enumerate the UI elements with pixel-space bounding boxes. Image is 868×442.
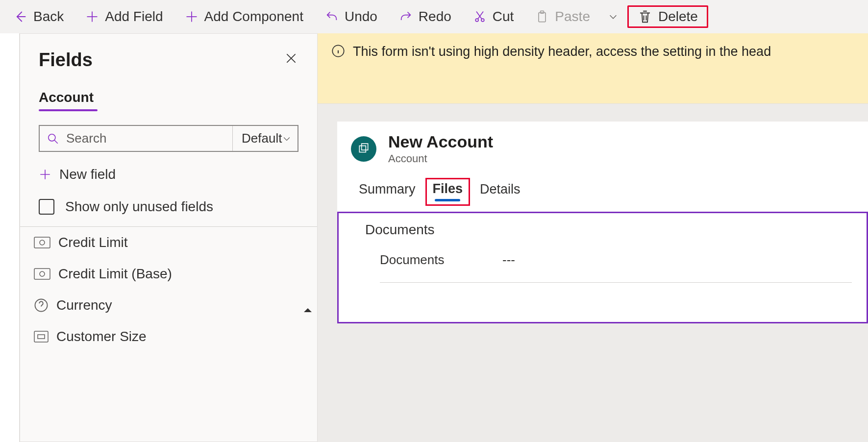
svg-rect-11 [38, 335, 45, 339]
filter-selected: Default [242, 131, 282, 146]
chevron-down-icon [608, 11, 619, 22]
doc-field-value: --- [502, 252, 515, 268]
undo-icon [325, 10, 339, 24]
caret-up-icon [303, 307, 312, 313]
cut-button[interactable]: Cut [464, 5, 523, 28]
document-row[interactable]: Documents --- [365, 246, 852, 273]
plus-icon [39, 168, 51, 181]
paste-button[interactable]: Paste [526, 5, 599, 28]
redo-button[interactable]: Redo [390, 5, 460, 28]
svg-rect-7 [34, 269, 50, 279]
add-component-label: Add Component [204, 9, 303, 25]
svg-rect-13 [359, 146, 366, 152]
svg-point-1 [481, 19, 484, 22]
svg-rect-14 [362, 144, 368, 150]
paste-icon [535, 10, 549, 24]
delete-label: Delete [658, 9, 698, 25]
svg-rect-10 [34, 331, 48, 342]
fields-tab-label: Account [39, 90, 94, 108]
left-rail [0, 33, 20, 442]
tab-active-indicator [435, 199, 460, 201]
form-card: New Account Account Summary Files [337, 122, 868, 323]
show-unused-checkbox[interactable]: Show only unused fields [39, 199, 298, 215]
banner-text: This form isn't using high density heade… [353, 44, 771, 59]
entity-avatar [351, 136, 376, 162]
fields-list: Credit Limit Credit Limit (Base) Currenc… [20, 226, 317, 442]
close-icon [285, 52, 298, 65]
field-label: Credit Limit [58, 235, 128, 250]
svg-point-8 [40, 271, 45, 276]
add-component-button[interactable]: Add Component [176, 5, 312, 28]
undo-label: Undo [345, 9, 377, 25]
fields-panel-tab[interactable]: Account [39, 90, 298, 111]
plus-icon [85, 10, 99, 24]
checkbox-icon [39, 199, 54, 215]
svg-rect-3 [541, 11, 544, 13]
plus-icon [185, 10, 198, 24]
tab-summary[interactable]: Summary [351, 178, 423, 204]
doc-field-label: Documents [365, 252, 502, 268]
form-tabs: Summary Files Details [337, 170, 868, 206]
back-button[interactable]: Back [4, 5, 73, 28]
help-icon [34, 298, 49, 313]
fields-panel-title: Fields [39, 49, 93, 71]
field-item[interactable]: Credit Limit [20, 227, 317, 258]
form-canvas: This form isn't using high density heade… [318, 33, 868, 442]
paste-dropdown[interactable] [603, 7, 623, 26]
box-icon [34, 331, 49, 343]
tab-label: Details [480, 182, 521, 196]
search-input[interactable] [66, 131, 225, 146]
filter-dropdown[interactable]: Default [233, 126, 300, 151]
paste-label: Paste [555, 9, 590, 25]
redo-icon [399, 10, 413, 24]
fields-panel: Fields Account Defa [20, 33, 318, 442]
money-icon [34, 237, 50, 248]
field-label: Customer Size [56, 329, 147, 344]
toolbar: Back Add Field Add Component Undo Redo [0, 0, 868, 33]
cut-label: Cut [493, 9, 514, 25]
search-icon [47, 132, 59, 145]
arrow-left-icon [13, 9, 27, 24]
undo-button[interactable]: Undo [316, 5, 386, 28]
tab-underline [39, 109, 98, 111]
redo-label: Redo [419, 9, 451, 25]
tab-details[interactable]: Details [472, 178, 528, 204]
tab-label: Files [433, 181, 463, 196]
field-label: Currency [56, 297, 112, 313]
delete-icon [638, 9, 652, 24]
field-item[interactable]: Customer Size [20, 321, 317, 352]
svg-point-0 [475, 19, 478, 22]
close-panel-button[interactable] [282, 49, 300, 71]
field-label: Credit Limit (Base) [58, 266, 172, 282]
new-field-button[interactable]: New field [39, 167, 298, 182]
form-header: New Account Account [337, 122, 868, 170]
svg-rect-5 [34, 237, 50, 248]
form-title: New Account [388, 132, 493, 151]
form-subtitle: Account [388, 152, 493, 165]
info-icon [331, 44, 345, 58]
divider [380, 282, 852, 283]
search-bar: Default [39, 125, 298, 152]
delete-button[interactable]: Delete [627, 5, 708, 28]
back-label: Back [33, 9, 64, 25]
field-item[interactable]: Credit Limit (Base) [20, 258, 317, 290]
tab-files[interactable]: Files [425, 178, 471, 206]
section-title: Documents [365, 222, 852, 238]
svg-point-4 [49, 134, 55, 141]
add-field-label: Add Field [105, 9, 163, 25]
field-item[interactable]: Currency [20, 290, 317, 321]
info-banner: This form isn't using high density heade… [318, 33, 868, 104]
cut-icon [473, 10, 487, 24]
svg-point-6 [40, 240, 45, 245]
svg-rect-2 [539, 13, 546, 22]
add-field-button[interactable]: Add Field [76, 5, 172, 28]
money-icon [34, 268, 50, 280]
show-unused-label: Show only unused fields [65, 199, 213, 215]
chevron-down-icon [282, 134, 292, 144]
tab-label: Summary [359, 182, 416, 196]
scroll-up-button[interactable] [303, 306, 312, 315]
new-field-label: New field [59, 167, 116, 182]
documents-section[interactable]: Documents Documents --- [337, 212, 868, 323]
